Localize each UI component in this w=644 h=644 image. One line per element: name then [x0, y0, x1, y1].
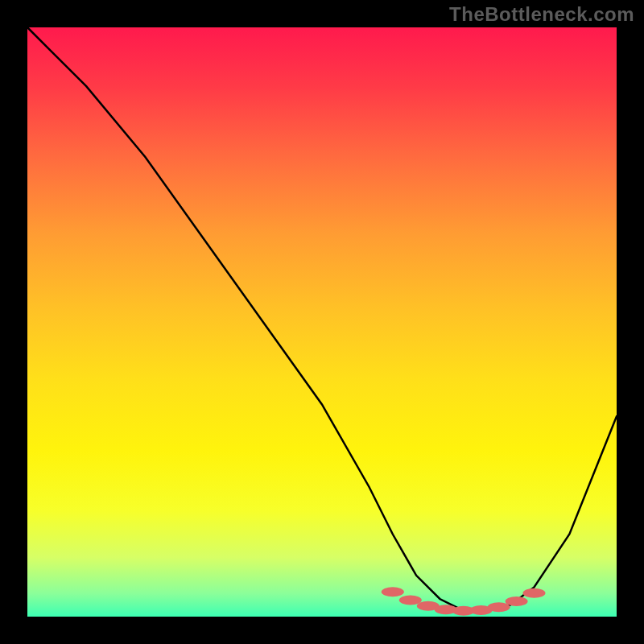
- highlighted-range-markers: [382, 587, 546, 615]
- marker-dot: [399, 596, 422, 605]
- curve-svg: [27, 27, 617, 617]
- watermark-text: TheBottleneck.com: [449, 3, 634, 26]
- marker-dot: [488, 602, 510, 612]
- marker-dot: [382, 587, 404, 597]
- bottleneck-curve: [27, 27, 617, 611]
- plot-area: [27, 27, 617, 617]
- marker-dot: [506, 597, 528, 606]
- chart-canvas: TheBottleneck.com: [0, 0, 644, 644]
- marker-dot: [523, 588, 546, 598]
